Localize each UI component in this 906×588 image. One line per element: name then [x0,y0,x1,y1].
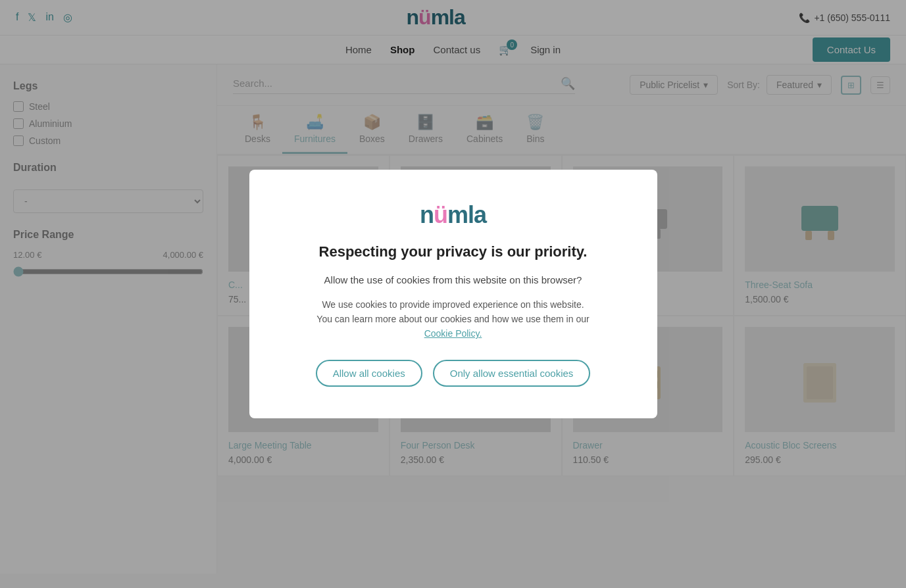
modal-buttons: Allow all cookies Only allow essential c… [284,360,623,387]
cookie-modal-overlay: nümla Respecting your privacy is our pri… [0,0,906,574]
modal-logo-text: nümla [420,201,486,228]
modal-description: We use cookies to provide improved exper… [284,297,623,341]
modal-question: Allow the use of cookies from this websi… [284,273,623,288]
modal-logo: nümla [284,201,623,229]
cookie-policy-link[interactable]: Cookie Policy. [424,328,482,339]
modal-title: Respecting your privacy is our priority. [284,242,623,262]
allow-all-cookies-button[interactable]: Allow all cookies [316,360,422,387]
cookie-modal: nümla Respecting your privacy is our pri… [249,170,657,418]
essential-cookies-button[interactable]: Only allow essential cookies [433,360,591,387]
